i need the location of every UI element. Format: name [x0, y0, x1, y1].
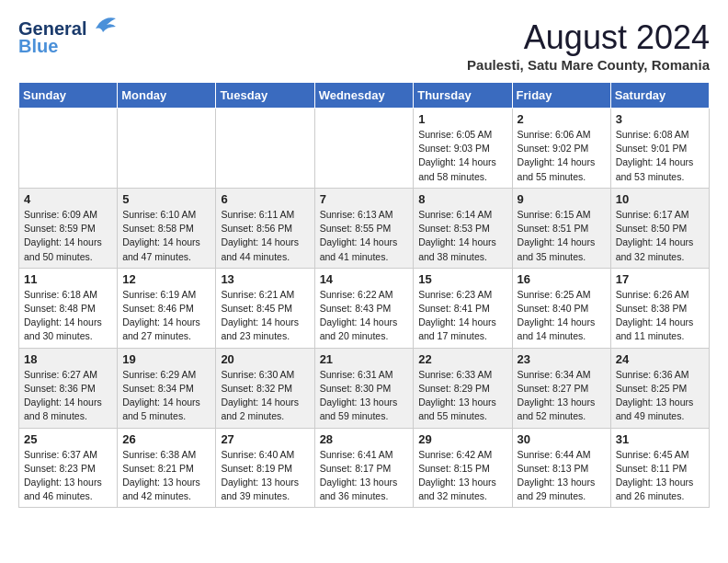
day-number: 30 [518, 432, 606, 446]
sunset-text: Sunset: 8:55 PM [320, 223, 392, 234]
sunset-text: Sunset: 8:27 PM [518, 383, 589, 394]
day-content: Sunrise: 6:23 AMSunset: 8:41 PMDaylight:… [418, 288, 506, 344]
day-content: Sunrise: 6:40 AMSunset: 8:19 PMDaylight:… [221, 448, 309, 504]
title-area: August 2024 Paulesti, Satu Mare County, … [467, 18, 710, 73]
daylight-text: Daylight: 13 hours and 36 minutes. [320, 477, 398, 501]
day-number: 6 [221, 192, 309, 206]
daylight-text: Daylight: 13 hours and 46 minutes. [24, 477, 102, 501]
day-content: Sunrise: 6:11 AMSunset: 8:56 PMDaylight:… [221, 208, 309, 264]
logo: General Blue [18, 18, 118, 57]
calendar-cell: 28Sunrise: 6:41 AMSunset: 8:17 PMDayligh… [314, 428, 414, 508]
sunrise-text: Sunrise: 6:05 AM [418, 129, 492, 140]
day-content: Sunrise: 6:38 AMSunset: 8:21 PMDaylight:… [122, 448, 210, 504]
calendar-cell: 3Sunrise: 6:08 AMSunset: 9:01 PMDaylight… [610, 109, 709, 189]
day-number: 31 [616, 432, 704, 446]
sunset-text: Sunset: 8:45 PM [221, 303, 292, 314]
calendar-cell: 5Sunrise: 6:10 AMSunset: 8:58 PMDaylight… [118, 188, 216, 268]
day-number: 29 [418, 432, 506, 446]
page-header: General Blue August 2024 Paulesti, Satu … [18, 18, 710, 73]
daylight-text: Daylight: 13 hours and 26 minutes. [616, 477, 694, 501]
day-content: Sunrise: 6:33 AMSunset: 8:29 PMDaylight:… [418, 368, 506, 424]
day-number: 5 [122, 192, 210, 206]
sunrise-text: Sunrise: 6:36 AM [616, 369, 689, 380]
sunset-text: Sunset: 8:41 PM [418, 303, 490, 314]
sunrise-text: Sunrise: 6:27 AM [24, 369, 97, 380]
daylight-text: Daylight: 14 hours and 47 minutes. [122, 236, 200, 261]
daylight-text: Daylight: 14 hours and 44 minutes. [221, 236, 299, 261]
calendar-cell: 23Sunrise: 6:34 AMSunset: 8:27 PMDayligh… [512, 348, 610, 428]
calendar-cell [314, 109, 414, 189]
calendar-cell: 7Sunrise: 6:13 AMSunset: 8:55 PMDaylight… [314, 188, 414, 268]
day-content: Sunrise: 6:42 AMSunset: 8:15 PMDaylight:… [418, 448, 506, 504]
sunset-text: Sunset: 8:30 PM [320, 383, 392, 394]
daylight-text: Daylight: 14 hours and 23 minutes. [221, 316, 299, 341]
column-header-sunday: Sunday [19, 83, 118, 109]
sunrise-text: Sunrise: 6:21 AM [221, 289, 294, 300]
calendar-cell: 10Sunrise: 6:17 AMSunset: 8:50 PMDayligh… [610, 188, 709, 268]
day-content: Sunrise: 6:19 AMSunset: 8:46 PMDaylight:… [122, 288, 210, 344]
calendar-cell: 14Sunrise: 6:22 AMSunset: 8:43 PMDayligh… [314, 268, 414, 348]
daylight-text: Daylight: 14 hours and 17 minutes. [418, 316, 496, 341]
sunset-text: Sunset: 8:34 PM [122, 383, 194, 394]
sunrise-text: Sunrise: 6:29 AM [122, 369, 196, 380]
day-content: Sunrise: 6:31 AMSunset: 8:30 PMDaylight:… [320, 368, 409, 424]
day-content: Sunrise: 6:25 AMSunset: 8:40 PMDaylight:… [518, 288, 606, 344]
sunrise-text: Sunrise: 6:40 AM [221, 449, 294, 460]
calendar-cell: 11Sunrise: 6:18 AMSunset: 8:48 PMDayligh… [19, 268, 118, 348]
daylight-text: Daylight: 14 hours and 55 minutes. [518, 156, 596, 181]
sunset-text: Sunset: 8:17 PM [320, 463, 392, 474]
sunrise-text: Sunrise: 6:30 AM [221, 369, 294, 380]
day-number: 19 [122, 352, 210, 366]
sunset-text: Sunset: 8:32 PM [221, 383, 292, 394]
daylight-text: Daylight: 14 hours and 5 minutes. [122, 396, 200, 421]
day-content: Sunrise: 6:21 AMSunset: 8:45 PMDaylight:… [221, 288, 309, 344]
calendar-cell: 9Sunrise: 6:15 AMSunset: 8:51 PMDaylight… [512, 188, 610, 268]
daylight-text: Daylight: 14 hours and 38 minutes. [418, 236, 496, 261]
calendar-cell: 24Sunrise: 6:36 AMSunset: 8:25 PMDayligh… [610, 348, 709, 428]
sunset-text: Sunset: 9:02 PM [518, 143, 589, 154]
day-content: Sunrise: 6:37 AMSunset: 8:23 PMDaylight:… [24, 448, 112, 504]
calendar-week-row: 1Sunrise: 6:05 AMSunset: 9:03 PMDaylight… [19, 109, 710, 189]
calendar-cell: 25Sunrise: 6:37 AMSunset: 8:23 PMDayligh… [19, 428, 118, 508]
day-content: Sunrise: 6:13 AMSunset: 8:55 PMDaylight:… [320, 208, 409, 264]
sunrise-text: Sunrise: 6:26 AM [616, 289, 689, 300]
column-header-saturday: Saturday [610, 83, 709, 109]
day-content: Sunrise: 6:05 AMSunset: 9:03 PMDaylight:… [418, 128, 506, 184]
day-number: 25 [24, 432, 112, 446]
sunrise-text: Sunrise: 6:33 AM [418, 369, 492, 380]
day-content: Sunrise: 6:15 AMSunset: 8:51 PMDaylight:… [518, 208, 606, 264]
day-content: Sunrise: 6:08 AMSunset: 9:01 PMDaylight:… [616, 128, 704, 184]
sunset-text: Sunset: 8:23 PM [24, 463, 96, 474]
sunrise-text: Sunrise: 6:23 AM [418, 289, 492, 300]
sunrise-text: Sunrise: 6:08 AM [616, 129, 689, 140]
sunset-text: Sunset: 8:11 PM [616, 463, 688, 474]
sunset-text: Sunset: 8:19 PM [221, 463, 292, 474]
day-number: 10 [616, 192, 704, 206]
day-number: 16 [518, 272, 606, 286]
daylight-text: Daylight: 13 hours and 52 minutes. [518, 396, 596, 421]
sunrise-text: Sunrise: 6:25 AM [518, 289, 591, 300]
day-content: Sunrise: 6:34 AMSunset: 8:27 PMDaylight:… [518, 368, 606, 424]
day-content: Sunrise: 6:06 AMSunset: 9:02 PMDaylight:… [518, 128, 606, 184]
sunrise-text: Sunrise: 6:06 AM [518, 129, 591, 140]
day-number: 17 [616, 272, 704, 286]
sunset-text: Sunset: 8:13 PM [518, 463, 589, 474]
calendar-week-row: 11Sunrise: 6:18 AMSunset: 8:48 PMDayligh… [19, 268, 710, 348]
sunrise-text: Sunrise: 6:44 AM [518, 449, 591, 460]
calendar-cell: 16Sunrise: 6:25 AMSunset: 8:40 PMDayligh… [512, 268, 610, 348]
sunrise-text: Sunrise: 6:31 AM [320, 369, 393, 380]
daylight-text: Daylight: 14 hours and 32 minutes. [616, 236, 694, 261]
sunset-text: Sunset: 8:21 PM [122, 463, 194, 474]
sunset-text: Sunset: 9:01 PM [616, 143, 688, 154]
calendar-cell [118, 109, 216, 189]
calendar-week-row: 25Sunrise: 6:37 AMSunset: 8:23 PMDayligh… [19, 428, 710, 508]
day-number: 7 [320, 192, 409, 206]
calendar-week-row: 4Sunrise: 6:09 AMSunset: 8:59 PMDaylight… [19, 188, 710, 268]
day-content: Sunrise: 6:29 AMSunset: 8:34 PMDaylight:… [122, 368, 210, 424]
daylight-text: Daylight: 14 hours and 20 minutes. [320, 316, 398, 341]
sunset-text: Sunset: 8:36 PM [24, 383, 96, 394]
sunset-text: Sunset: 8:38 PM [616, 303, 688, 314]
day-content: Sunrise: 6:26 AMSunset: 8:38 PMDaylight:… [616, 288, 704, 344]
sunrise-text: Sunrise: 6:11 AM [221, 209, 294, 220]
day-number: 15 [418, 272, 506, 286]
